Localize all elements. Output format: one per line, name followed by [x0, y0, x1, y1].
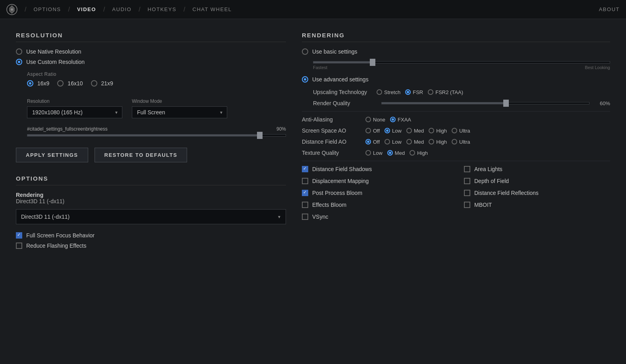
- displacement-mapping-option[interactable]: Displacement Mapping: [302, 178, 448, 184]
- vsync-checkbox[interactable]: [302, 214, 308, 220]
- dfao-off-label: Off: [373, 139, 380, 145]
- aspect-21x9-radio[interactable]: [91, 80, 97, 87]
- depth-of-field-checkbox[interactable]: [464, 178, 470, 184]
- custom-resolution-radio[interactable]: [16, 59, 22, 65]
- full-screen-focus-checkbox[interactable]: [16, 232, 22, 239]
- reduce-flashing-option[interactable]: Reduce Flashing Effects: [16, 243, 286, 249]
- aa-fxaa-radio[interactable]: [390, 117, 396, 122]
- ssao-med-option[interactable]: Med: [406, 128, 424, 134]
- distance-field-reflections-checkbox[interactable]: [464, 190, 470, 196]
- aspect-21x9-option[interactable]: 21x9: [91, 80, 113, 87]
- mboit-option[interactable]: MBOIT: [464, 202, 610, 208]
- aa-fxaa-option[interactable]: FXAA: [390, 117, 411, 123]
- depth-of-field-option[interactable]: Depth of Field: [464, 178, 610, 184]
- tq-med-option[interactable]: Med: [387, 150, 405, 156]
- resolution-dropdown[interactable]: 1920x1080 (165 Hz): [27, 106, 122, 118]
- use-basic-radio[interactable]: [302, 48, 308, 55]
- native-resolution-option[interactable]: Use Native Resolution: [16, 48, 286, 55]
- post-process-bloom-option[interactable]: Post Process Bloom: [302, 190, 448, 196]
- brightness-slider-thumb[interactable]: [257, 132, 263, 139]
- window-mode-dropdown[interactable]: Full Screen: [132, 106, 227, 118]
- aa-none-option[interactable]: None: [365, 117, 385, 123]
- upscaling-fsr-radio[interactable]: [405, 89, 411, 95]
- aspect-16x10-option[interactable]: 16x10: [57, 80, 83, 87]
- ssao-high-option[interactable]: High: [429, 128, 447, 134]
- vsync-option[interactable]: VSync: [302, 214, 448, 220]
- tq-low-radio[interactable]: [365, 150, 371, 156]
- dfao-high-option[interactable]: High: [429, 139, 447, 145]
- ssao-med-radio[interactable]: [406, 128, 412, 133]
- dfao-med-radio[interactable]: [406, 139, 412, 144]
- mboit-checkbox[interactable]: [464, 202, 470, 208]
- rendering-dropdown[interactable]: Direct3D 11 (-dx11): [16, 209, 286, 224]
- aa-fxaa-label: FXAA: [398, 117, 411, 123]
- ssao-ultra-option[interactable]: Ultra: [452, 128, 470, 134]
- effects-bloom-option[interactable]: Effects Bloom: [302, 202, 448, 208]
- upscaling-stretch-option[interactable]: Stretch: [377, 89, 400, 95]
- upscaling-stretch-radio[interactable]: [377, 89, 382, 95]
- aspect-21x9-label: 21x9: [101, 80, 113, 87]
- nav-item-video[interactable]: VIDEO: [74, 5, 99, 14]
- aa-none-radio[interactable]: [365, 117, 371, 122]
- restore-defaults-button[interactable]: RESTORE TO DEFAULTS: [95, 148, 187, 162]
- dfao-off-option[interactable]: Off: [365, 139, 380, 145]
- nav-item-about[interactable]: ABOUT: [599, 6, 620, 12]
- dfao-ultra-radio[interactable]: [452, 139, 457, 144]
- effects-bloom-checkbox[interactable]: [302, 202, 308, 208]
- distance-field-reflections-option[interactable]: Distance Field Reflections: [464, 190, 610, 196]
- upscaling-fsr2-radio[interactable]: [428, 89, 433, 95]
- distance-field-shadows-checkbox[interactable]: [302, 166, 308, 172]
- use-advanced-radio[interactable]: [302, 76, 308, 83]
- aspect-16x9-option[interactable]: 16x9: [27, 80, 49, 87]
- render-quality-thumb[interactable]: [503, 100, 509, 107]
- dfao-low-option[interactable]: Low: [384, 139, 402, 145]
- native-resolution-label: Use Native Resolution: [26, 48, 81, 55]
- ssao-off-option[interactable]: Off: [365, 128, 380, 134]
- aspect-16x9-radio[interactable]: [27, 80, 33, 87]
- nav-item-options[interactable]: OPTIONS: [30, 5, 64, 14]
- ssao-high-radio[interactable]: [429, 128, 434, 133]
- use-basic-option[interactable]: Use basic settings: [302, 48, 610, 55]
- rendering-info: Rendering Direct3D 11 (-dx11): [16, 192, 286, 204]
- basic-quality-thumb[interactable]: [370, 59, 375, 66]
- nav-item-chat-wheel[interactable]: CHAT WHEEL: [189, 5, 235, 14]
- tq-high-radio[interactable]: [410, 150, 415, 156]
- dfao-ultra-option[interactable]: Ultra: [452, 139, 470, 145]
- displacement-mapping-checkbox[interactable]: [302, 178, 308, 184]
- rendering-current-value: Direct3D 11 (-dx11): [16, 198, 286, 204]
- ssao-low-option[interactable]: Low: [384, 128, 402, 134]
- area-lights-option[interactable]: Area Lights: [464, 166, 610, 172]
- reduce-flashing-checkbox[interactable]: [16, 243, 22, 249]
- ssao-off-radio[interactable]: [365, 128, 371, 133]
- basic-quality-slider-track[interactable]: [313, 61, 610, 64]
- upscaling-label: Upscaling Technology: [313, 89, 377, 95]
- tq-high-option[interactable]: High: [410, 150, 428, 156]
- upscaling-fsr2-option[interactable]: FSR2 (TAA): [428, 89, 463, 95]
- dfao-med-option[interactable]: Med: [406, 139, 424, 145]
- dfao-low-radio[interactable]: [384, 139, 390, 144]
- render-quality-slider-track[interactable]: [381, 102, 589, 104]
- ssao-ultra-radio[interactable]: [452, 128, 457, 133]
- render-quality-value: 60%: [594, 100, 610, 106]
- ssao-low-radio[interactable]: [384, 128, 390, 133]
- tq-med-radio[interactable]: [387, 150, 393, 156]
- custom-resolution-option[interactable]: Use Custom Resolution: [16, 59, 286, 65]
- distance-field-shadows-option[interactable]: Distance Field Shadows: [302, 166, 448, 172]
- resolution-dropdown-label: Resolution: [27, 98, 122, 104]
- top-navigation: / OPTIONS / VIDEO / AUDIO / HOTKEYS / CH…: [0, 0, 626, 19]
- post-process-bloom-checkbox[interactable]: [302, 190, 308, 196]
- nav-item-hotkeys[interactable]: HOTKEYS: [144, 5, 180, 14]
- nav-item-audio[interactable]: AUDIO: [109, 5, 135, 14]
- dfao-high-radio[interactable]: [429, 139, 434, 144]
- full-screen-focus-option[interactable]: Full Screen Focus Behavior: [16, 232, 286, 239]
- upscaling-fsr-option[interactable]: FSR: [405, 89, 423, 95]
- aspect-16x10-radio[interactable]: [57, 80, 64, 87]
- tq-low-option[interactable]: Low: [365, 150, 383, 156]
- apply-settings-button[interactable]: APPLY SETTINGS: [16, 148, 88, 162]
- native-resolution-radio[interactable]: [16, 48, 22, 55]
- brightness-slider-track[interactable]: [27, 134, 286, 137]
- area-lights-checkbox[interactable]: [464, 166, 470, 172]
- use-advanced-option[interactable]: Use advanced settings: [302, 76, 610, 83]
- dfao-off-radio[interactable]: [365, 139, 371, 144]
- aspect-options: 16x9 16x10 21x9: [27, 80, 286, 91]
